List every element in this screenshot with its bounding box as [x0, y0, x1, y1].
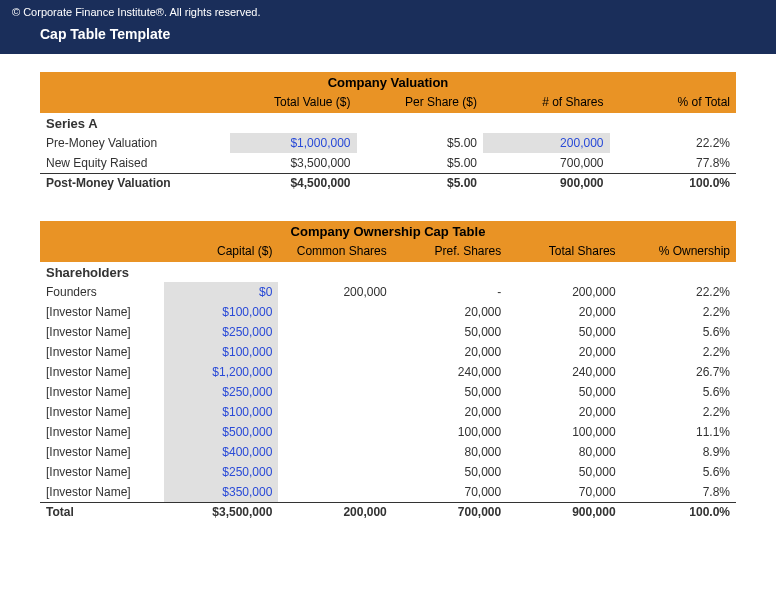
own-row-pct: 2.2% — [622, 342, 736, 362]
ownership-row: [Investor Name]$400,00080,00080,0008.9% — [40, 442, 736, 462]
own-row-common — [278, 482, 392, 502]
ownership-row: [Investor Name]$250,00050,00050,0005.6% — [40, 462, 736, 482]
own-row-label: [Investor Name] — [40, 422, 164, 442]
own-row-capital: $250,000 — [164, 462, 278, 482]
own-row-label: Founders — [40, 282, 164, 302]
val-row-per-share: $5.00 — [357, 153, 484, 173]
col-common: Common Shares — [278, 242, 392, 262]
val-row-shares: 200,000 — [483, 133, 610, 153]
own-row-pref: 20,000 — [393, 402, 507, 422]
ownership-row: [Investor Name]$1,200,000240,000240,0002… — [40, 362, 736, 382]
val-row-pct: 77.8% — [610, 153, 737, 173]
ownership-row: [Investor Name]$100,00020,00020,0002.2% — [40, 302, 736, 322]
ownership-row: [Investor Name]$100,00020,00020,0002.2% — [40, 402, 736, 422]
own-row-capital: $250,000 — [164, 382, 278, 402]
own-row-label: [Investor Name] — [40, 382, 164, 402]
post-money-shares: 900,000 — [483, 173, 610, 193]
val-row-pct: 22.2% — [610, 133, 737, 153]
own-row-pct: 22.2% — [622, 282, 736, 302]
valuation-section-header: Company Valuation — [40, 72, 736, 93]
ownership-col-headers: Capital ($) Common Shares Pref. Shares T… — [40, 242, 736, 262]
valuation-table: Company Valuation Total Value ($) Per Sh… — [40, 72, 736, 193]
own-row-pct: 8.9% — [622, 442, 736, 462]
own-row-pref: 70,000 — [393, 482, 507, 502]
own-row-capital: $400,000 — [164, 442, 278, 462]
val-row-shares: 700,000 — [483, 153, 610, 173]
col-pct-own: % Ownership — [622, 242, 736, 262]
own-row-total: 80,000 — [507, 442, 621, 462]
own-row-label: [Investor Name] — [40, 462, 164, 482]
col-num-shares: # of Shares — [483, 93, 610, 113]
own-row-capital: $100,000 — [164, 342, 278, 362]
own-row-pct: 2.2% — [622, 302, 736, 322]
own-row-pref: 80,000 — [393, 442, 507, 462]
ownership-row: [Investor Name]$500,000100,000100,00011.… — [40, 422, 736, 442]
shareholders-label: Shareholders — [40, 262, 164, 282]
own-row-pref: 240,000 — [393, 362, 507, 382]
own-row-total: 240,000 — [507, 362, 621, 382]
own-row-total: 50,000 — [507, 382, 621, 402]
own-row-pref: 50,000 — [393, 462, 507, 482]
own-row-pct: 5.6% — [622, 322, 736, 342]
post-money-total: $4,500,000 — [230, 173, 357, 193]
valuation-row: New Equity Raised$3,500,000$5.00700,0007… — [40, 153, 736, 173]
valuation-col-headers: Total Value ($) Per Share ($) # of Share… — [40, 93, 736, 113]
ownership-row: [Investor Name]$250,00050,00050,0005.6% — [40, 382, 736, 402]
own-row-pct: 5.6% — [622, 382, 736, 402]
page-title: Cap Table Template — [40, 26, 764, 42]
ownership-total-row: Total $3,500,000 200,000 700,000 900,000… — [40, 502, 736, 522]
own-row-label: [Investor Name] — [40, 402, 164, 422]
own-row-common — [278, 462, 392, 482]
post-money-per-share: $5.00 — [357, 173, 484, 193]
ownership-section-header: Company Ownership Cap Table — [40, 221, 736, 242]
ownership-row: [Investor Name]$100,00020,00020,0002.2% — [40, 342, 736, 362]
own-row-total: 50,000 — [507, 462, 621, 482]
own-row-total: 200,000 — [507, 282, 621, 302]
own-row-common — [278, 382, 392, 402]
own-row-capital: $100,000 — [164, 302, 278, 322]
own-row-common — [278, 422, 392, 442]
own-row-pref: 20,000 — [393, 302, 507, 322]
content-area: Company Valuation Total Value ($) Per Sh… — [0, 54, 776, 532]
own-row-total: 70,000 — [507, 482, 621, 502]
own-total-common: 200,000 — [278, 502, 392, 522]
own-row-pct: 7.8% — [622, 482, 736, 502]
own-row-label: [Investor Name] — [40, 302, 164, 322]
own-row-label: [Investor Name] — [40, 322, 164, 342]
col-total-value: Total Value ($) — [230, 93, 357, 113]
own-row-total: 20,000 — [507, 302, 621, 322]
own-row-common — [278, 402, 392, 422]
own-row-label: [Investor Name] — [40, 442, 164, 462]
own-row-pref: 20,000 — [393, 342, 507, 362]
val-row-total: $1,000,000 — [230, 133, 357, 153]
col-per-share: Per Share ($) — [357, 93, 484, 113]
own-row-pct: 11.1% — [622, 422, 736, 442]
own-row-common — [278, 322, 392, 342]
post-money-label: Post-Money Valuation — [40, 173, 230, 193]
own-row-total: 50,000 — [507, 322, 621, 342]
own-row-total: 20,000 — [507, 342, 621, 362]
own-row-common: 200,000 — [278, 282, 392, 302]
own-row-total: 20,000 — [507, 402, 621, 422]
own-row-common — [278, 362, 392, 382]
own-row-pct: 26.7% — [622, 362, 736, 382]
val-row-label: New Equity Raised — [40, 153, 230, 173]
own-row-pref: 50,000 — [393, 382, 507, 402]
own-row-pref: 50,000 — [393, 322, 507, 342]
valuation-row: Pre-Money Valuation$1,000,000$5.00200,00… — [40, 133, 736, 153]
own-row-total: 100,000 — [507, 422, 621, 442]
own-row-pct: 5.6% — [622, 462, 736, 482]
ownership-row: Founders$0200,000-200,00022.2% — [40, 282, 736, 302]
col-total-shares: Total Shares — [507, 242, 621, 262]
col-capital: Capital ($) — [164, 242, 278, 262]
own-row-pref: - — [393, 282, 507, 302]
ownership-row: [Investor Name]$350,00070,00070,0007.8% — [40, 482, 736, 502]
own-row-pct: 2.2% — [622, 402, 736, 422]
ownership-row: [Investor Name]$250,00050,00050,0005.6% — [40, 322, 736, 342]
own-row-capital: $250,000 — [164, 322, 278, 342]
own-total-capital: $3,500,000 — [164, 502, 278, 522]
own-row-label: [Investor Name] — [40, 362, 164, 382]
val-row-per-share: $5.00 — [357, 133, 484, 153]
own-total-total: 900,000 — [507, 502, 621, 522]
series-a-label: Series A — [40, 113, 230, 133]
